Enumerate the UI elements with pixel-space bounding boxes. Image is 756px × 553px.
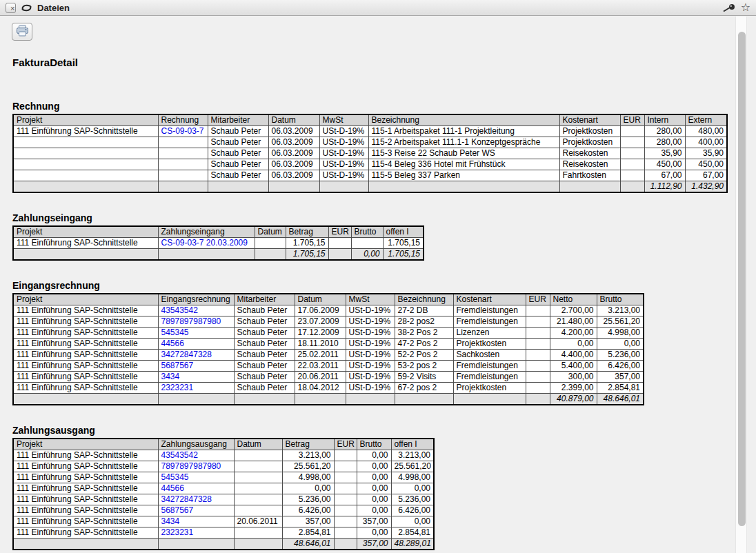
table-row: 111 Einführung SAP-Schnittstelle34272847… bbox=[13, 494, 434, 505]
table-cell: 280,00 bbox=[644, 137, 685, 148]
document-link[interactable]: 3434 bbox=[161, 516, 180, 526]
document-link[interactable]: 545345 bbox=[161, 328, 189, 337]
table-cell: 06.03.2009 bbox=[268, 159, 319, 170]
column-header: Betrag bbox=[286, 226, 328, 238]
table-cell: 111 Einführung SAP-Schnittstelle bbox=[13, 472, 158, 483]
table-cell: 17.06.2009 bbox=[295, 305, 346, 316]
table-cell: Projektkosten bbox=[559, 137, 620, 148]
table-cell: USt-D-19% bbox=[319, 148, 368, 159]
table-cell: 5687567 bbox=[158, 505, 234, 516]
table-cell: Schaub Peter bbox=[208, 170, 268, 181]
table-cell: Projektkosten bbox=[453, 383, 526, 394]
table-cell: 21.480,00 bbox=[550, 316, 597, 328]
table-cell: USt-D-19% bbox=[319, 126, 368, 137]
totals-row: 1.705,15 0,001.705,15 bbox=[13, 249, 424, 261]
table-cell bbox=[620, 126, 644, 137]
table-row: 111 Einführung SAP-SchnittstelleCS-09-03… bbox=[13, 238, 424, 249]
table-cell: 06.03.2009 bbox=[268, 126, 319, 137]
table-cell: 3434 bbox=[158, 516, 234, 527]
table-cell: 115-3 Reise 22 Schaub Peter WS bbox=[368, 148, 559, 159]
table-cell: 25.02.2011 bbox=[295, 350, 346, 361]
table-row: 111 Einführung SAP-Schnittstelle43543542… bbox=[13, 305, 644, 316]
document-link[interactable]: 2323231 bbox=[161, 527, 194, 537]
header-row: ProjektEingangsrechnungMitarbeiterDatumM… bbox=[13, 294, 644, 305]
column-header: Rechnung bbox=[158, 114, 208, 126]
table-cell: USt-D-19% bbox=[346, 383, 395, 394]
table-cell: Schaub Peter bbox=[234, 316, 295, 328]
table-cell: Schaub Peter bbox=[208, 137, 268, 148]
table-cell: 06.03.2009 bbox=[268, 137, 319, 148]
table-cell: 44566 bbox=[158, 339, 234, 350]
section-title-eingangsrechnung: Eingangsrechnung bbox=[12, 280, 735, 291]
table-cell: Fremdleistungen bbox=[453, 316, 526, 328]
document-link[interactable]: 5687567 bbox=[161, 505, 194, 515]
table-cell: Schaub Peter bbox=[208, 159, 268, 170]
table-cell: 35,90 bbox=[644, 148, 685, 159]
table-cell: 35,90 bbox=[685, 148, 727, 159]
table-cell: USt-D-19% bbox=[319, 137, 368, 148]
document-link[interactable]: 43543542 bbox=[161, 305, 198, 315]
table-cell bbox=[334, 516, 357, 527]
table-cell bbox=[334, 461, 357, 472]
column-header: Projekt bbox=[13, 114, 158, 126]
table-cell: 111 Einführung SAP-Schnittstelle bbox=[13, 305, 158, 316]
table-cell bbox=[234, 539, 282, 550]
table-cell bbox=[295, 394, 346, 405]
document-link[interactable]: CS-09-03-7 bbox=[161, 126, 204, 136]
table-cell bbox=[526, 305, 550, 316]
table-cell: Fremdleistungen bbox=[453, 305, 526, 316]
table-cell: 7897897987980 bbox=[158, 316, 234, 328]
page-title: FakturaDetail bbox=[12, 57, 735, 68]
document-link[interactable]: 7897897987980 bbox=[161, 316, 221, 326]
close-button[interactable]: × bbox=[6, 3, 16, 13]
table-cell: 0,00 bbox=[357, 494, 391, 505]
print-button[interactable] bbox=[12, 23, 32, 41]
document-link[interactable]: 2323231 bbox=[161, 383, 194, 392]
table-cell bbox=[158, 159, 208, 170]
table-cell bbox=[351, 238, 383, 249]
column-header: Projekt bbox=[13, 294, 158, 305]
table-row: 111 Einführung SAP-Schnittstelle5687567S… bbox=[13, 361, 644, 372]
column-header: Extern bbox=[685, 114, 727, 126]
table-cell: 59-2 Visits bbox=[395, 372, 453, 383]
document-link[interactable]: 43543542 bbox=[161, 450, 198, 460]
table-cell: 115-2 Arbeitspaket 111.1-1 Konzeptgesprä… bbox=[368, 137, 559, 148]
star-icon[interactable]: ☆ bbox=[741, 2, 750, 13]
column-header: Intern bbox=[644, 114, 685, 126]
table-cell: 2.854,81 bbox=[282, 527, 334, 539]
column-header: Bezeichnung bbox=[395, 294, 453, 305]
document-link[interactable]: 3434 bbox=[161, 372, 180, 381]
table-cell: 1.112,90 bbox=[644, 181, 685, 193]
table-cell: 111 Einführung SAP-Schnittstelle bbox=[13, 450, 158, 461]
table-cell: 111 Einführung SAP-Schnittstelle bbox=[13, 126, 158, 137]
table-cell: 4.200,00 bbox=[550, 328, 597, 339]
document-link[interactable]: 44566 bbox=[161, 483, 184, 493]
sync-icon[interactable] bbox=[21, 4, 32, 12]
table-cell: USt-D-19% bbox=[346, 316, 395, 328]
document-link[interactable]: 34272847328 bbox=[161, 350, 212, 359]
document-link[interactable]: 7897897987980 bbox=[161, 461, 221, 471]
table-cell bbox=[620, 170, 644, 181]
table-cell: 115-1 Arbeitspaket 111-1 Projektleitung bbox=[368, 126, 559, 137]
document-link[interactable]: CS-09-03-7 20.03.2009 bbox=[161, 238, 248, 248]
scrollbar-thumb[interactable] bbox=[738, 32, 746, 526]
document-link[interactable]: 44566 bbox=[161, 339, 184, 348]
table-cell: Schaub Peter bbox=[234, 305, 295, 316]
table-cell: 545345 bbox=[158, 328, 234, 339]
table-cell: 1.705,15 bbox=[383, 238, 424, 249]
document-link[interactable]: 5687567 bbox=[161, 361, 194, 370]
document-link[interactable]: 34272847328 bbox=[161, 494, 212, 504]
table-cell: 480,00 bbox=[685, 126, 727, 137]
table-cell bbox=[268, 181, 319, 193]
document-link[interactable]: 545345 bbox=[161, 472, 189, 482]
table-row: 111 Einführung SAP-Schnittstelle44566Sch… bbox=[13, 339, 644, 350]
section-zahlungseingang: Zahlungseingang ProjektZahlungseingangDa… bbox=[0, 212, 735, 261]
table-cell bbox=[158, 249, 255, 261]
scrollbar[interactable] bbox=[735, 17, 747, 553]
table-cell bbox=[255, 249, 286, 261]
table-cell: 450,00 bbox=[685, 159, 727, 170]
pushpin-icon[interactable] bbox=[722, 3, 736, 12]
table-cell: 111 Einführung SAP-Schnittstelle bbox=[13, 361, 158, 372]
table-cell: Schaub Peter bbox=[234, 372, 295, 383]
table-cell: 3434 bbox=[158, 372, 234, 383]
